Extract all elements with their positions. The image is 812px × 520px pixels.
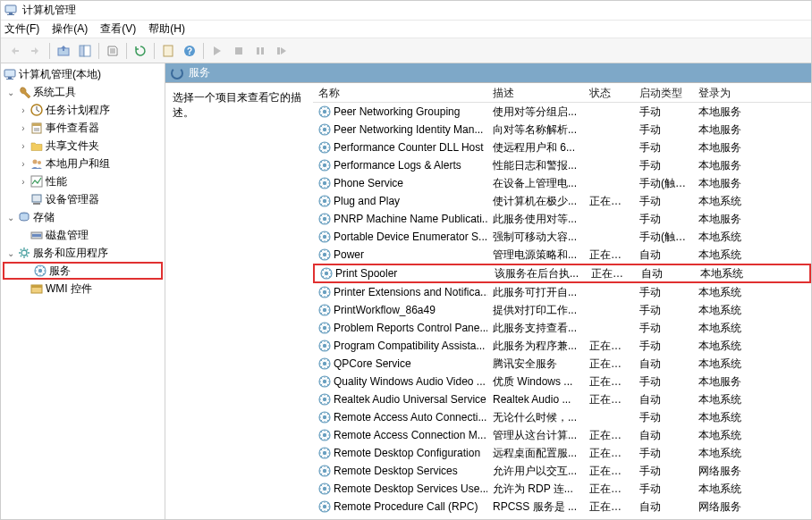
refresh-button[interactable] — [131, 41, 150, 61]
cell-logon: 本地系统 — [693, 194, 747, 209]
nav-back-button[interactable] — [4, 41, 24, 61]
chevron-down-icon[interactable]: ⌄ — [4, 247, 17, 259]
stop-service-button[interactable] — [229, 41, 249, 61]
service-row[interactable]: Performance Logs & Alerts性能日志和警报...手动本地服… — [313, 156, 811, 174]
menu-view[interactable]: 查看(V) — [100, 21, 136, 37]
service-row[interactable]: Performance Counter DLL Host使远程用户和 6...手… — [313, 138, 811, 156]
cell-name: Remote Procedure Call (RPC) — [313, 500, 487, 513]
service-row[interactable]: Realtek Audio Universal ServiceRealtek A… — [313, 390, 811, 408]
service-icon — [318, 357, 331, 370]
cell-name: Remote Access Auto Connecti... — [313, 411, 487, 424]
service-row[interactable]: Remote Access Auto Connecti...无论什么时候，...… — [313, 408, 811, 426]
show-hide-tree-button[interactable] — [75, 41, 95, 61]
service-row[interactable]: PNRP Machine Name Publicati...此服务使用对等...… — [313, 210, 811, 228]
col-name[interactable]: 名称 — [313, 83, 487, 102]
service-row[interactable]: PrintWorkflow_86a49提供对打印工作...手动本地系统 — [313, 301, 811, 319]
service-name: Portable Device Enumerator S... — [334, 231, 487, 243]
cell-logon: 本地服务 — [693, 176, 747, 191]
grid-header[interactable]: 名称 描述 状态 启动类型 登录为 — [313, 83, 811, 103]
service-row[interactable]: Remote Procedure Call (RPC)RPCSS 服务是 ...… — [313, 498, 811, 516]
up-button[interactable] — [54, 41, 73, 61]
tree-system-tools[interactable]: ⌄ 系统工具 — [1, 83, 165, 101]
chevron-right-icon[interactable]: › — [17, 139, 30, 152]
service-row[interactable]: Printer Extensions and Notifica...此服务可打开… — [313, 283, 811, 301]
chevron-right-icon[interactable]: › — [17, 175, 30, 188]
tree-services-apps[interactable]: ⌄ 服务和应用程序 — [1, 244, 165, 262]
tree-storage[interactable]: ⌄ 存储 — [1, 208, 165, 226]
service-row[interactable]: Plug and Play使计算机在极少...正在运行手动本地系统 — [313, 192, 811, 210]
service-row[interactable]: Print Spooler该服务在后台执...正在运行自动本地系统 — [313, 264, 811, 283]
cell-startup: 手动 — [634, 374, 693, 390]
tree-performance[interactable]: › 性能 — [1, 172, 165, 190]
tree-label: 事件查看器 — [46, 121, 99, 136]
svg-text:?: ? — [187, 46, 192, 56]
tree-label: 性能 — [46, 174, 67, 189]
start-service-button[interactable] — [207, 41, 227, 61]
cell-name: QPCore Service — [313, 357, 487, 370]
cell-desc: 性能日志和警报... — [487, 158, 584, 173]
tree-services[interactable]: 服务 — [3, 262, 163, 280]
service-row[interactable]: Portable Device Enumerator S...强制可移动大容..… — [313, 228, 811, 246]
chevron-right-icon[interactable]: › — [17, 122, 30, 134]
tree-wmi[interactable]: WMI 控件 — [1, 280, 165, 298]
tree-shared-folders[interactable]: › 共享文件夹 — [1, 137, 165, 155]
service-icon — [318, 231, 331, 243]
tree-pane[interactable]: 计算机管理(本地) ⌄ 系统工具 › 任务计划程序 › 事件查看器 › 共享文件… — [1, 63, 165, 519]
title-bar[interactable]: 计算机管理 — [1, 1, 811, 21]
service-row[interactable]: Remote Access Connection M...管理从这台计算...正… — [313, 426, 811, 444]
service-name: Peer Networking Identity Man... — [334, 123, 483, 136]
cell-startup: 手动 — [634, 122, 693, 138]
cell-logon: 本地服务 — [693, 158, 747, 173]
col-status[interactable]: 状态 — [584, 83, 634, 102]
col-logon[interactable]: 登录为 — [693, 83, 747, 102]
service-row[interactable]: Peer Networking Identity Man...向对等名称解析..… — [313, 121, 811, 138]
cell-status: 正在运行 — [584, 464, 634, 479]
export-list-button[interactable] — [103, 41, 123, 61]
service-row[interactable]: Power管理电源策略和...正在运行自动本地系统 — [313, 246, 811, 264]
cell-desc: 使用对等分组启... — [487, 105, 584, 120]
help-button[interactable]: ? — [180, 41, 199, 61]
chevron-right-icon[interactable]: › — [17, 157, 30, 170]
cell-startup: 自动 — [634, 356, 693, 372]
chevron-down-icon[interactable]: ⌄ — [4, 211, 17, 223]
menu-help[interactable]: 帮助(H) — [148, 21, 185, 37]
tree-event-viewer[interactable]: › 事件查看器 — [1, 119, 165, 137]
col-startup[interactable]: 启动类型 — [634, 83, 693, 102]
service-row[interactable]: Phone Service在设备上管理电...手动(触发...本地服务 — [313, 174, 811, 192]
service-row[interactable]: Remote Desktop Services Use...允许为 RDP 连.… — [313, 480, 811, 498]
service-icon — [318, 248, 331, 261]
cell-name: Printer Extensions and Notifica... — [313, 286, 487, 298]
cell-startup: 手动 — [634, 446, 693, 461]
restart-service-button[interactable] — [272, 41, 292, 61]
tree-disk-management[interactable]: 磁盘管理 — [1, 226, 165, 244]
service-row[interactable]: Program Compatibility Assista...此服务为程序兼.… — [313, 337, 811, 355]
users-icon — [30, 156, 44, 171]
tree-task-scheduler[interactable]: › 任务计划程序 — [1, 101, 165, 119]
col-desc[interactable]: 描述 — [487, 83, 584, 102]
service-row[interactable]: Quality Windows Audio Video ...优质 Window… — [313, 373, 811, 390]
service-row[interactable]: Problem Reports Control Pane...此服务支持查看..… — [313, 319, 811, 337]
nav-forward-button[interactable] — [26, 41, 46, 61]
toolbar-separator — [49, 43, 50, 59]
chevron-right-icon[interactable]: › — [17, 104, 30, 116]
service-row[interactable]: QPCore Service腾讯安全服务正在运行自动本地系统 — [313, 355, 811, 373]
tree-root[interactable]: 计算机管理(本地) — [1, 65, 165, 83]
chevron-down-icon[interactable]: ⌄ — [4, 86, 17, 98]
cell-logon: 本地系统 — [693, 285, 747, 300]
service-row[interactable]: Remote Desktop Configuration远程桌面配置服...正在… — [313, 444, 811, 462]
service-row[interactable]: Remote Desktop Services允许用户以交互...正在运行手动网… — [313, 462, 811, 480]
menu-file[interactable]: 文件(F) — [4, 21, 39, 37]
service-name: Problem Reports Control Pane... — [334, 322, 487, 334]
svg-rect-21 — [84, 46, 90, 56]
tree-device-manager[interactable]: 设备管理器 — [1, 190, 165, 208]
cell-startup: 手动(触发... — [634, 230, 693, 245]
menu-action[interactable]: 操作(A) — [52, 21, 88, 37]
tree-local-users[interactable]: › 本地用户和组 — [1, 155, 165, 172]
pause-service-button[interactable] — [250, 41, 270, 61]
service-icon — [320, 267, 333, 280]
service-icon — [318, 465, 331, 477]
service-row[interactable]: Peer Networking Grouping使用对等分组启...手动本地服务 — [313, 103, 811, 121]
properties-button[interactable] — [158, 41, 178, 61]
grid-body[interactable]: Peer Networking Grouping使用对等分组启...手动本地服务… — [313, 103, 811, 519]
service-icon — [318, 447, 331, 459]
